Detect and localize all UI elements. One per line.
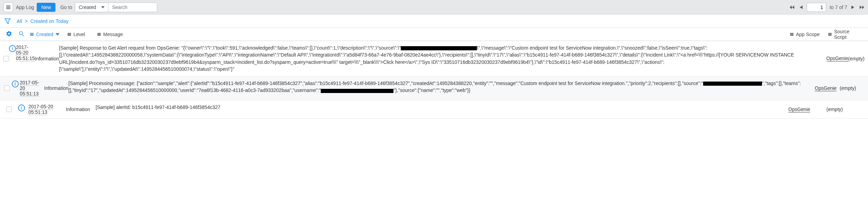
svg-marker-6 <box>800 6 803 9</box>
column-label-script: Source Script <box>834 29 863 40</box>
column-label-message: Message <box>103 32 123 37</box>
cell-source-script: (empty) <box>826 104 865 115</box>
created-time-link[interactable]: 05:51:15 <box>16 56 35 61</box>
cell-message: [Sample] Response to Get Alert request f… <box>59 44 826 73</box>
prev-page-icon <box>799 5 803 10</box>
filter-bar: All > Created on Today <box>0 15 868 28</box>
column-menu-icon <box>30 32 34 36</box>
funnel-icon <box>5 18 11 24</box>
app-scope-link[interactable]: OpsGenie <box>788 107 810 112</box>
cell-message: [Sample] alertId: b15c4911-fe97-414f-b68… <box>96 104 788 115</box>
column-header-created[interactable]: Created <box>28 32 66 37</box>
svg-marker-8 <box>860 6 862 9</box>
sort-desc-icon <box>55 32 60 36</box>
row-checkbox[interactable] <box>3 56 9 61</box>
page-number-input[interactable] <box>807 3 826 12</box>
column-menu-icon <box>97 32 101 36</box>
svg-marker-9 <box>862 6 864 9</box>
column-menu-icon <box>67 32 71 36</box>
new-button[interactable]: New <box>37 3 55 12</box>
svg-marker-3 <box>101 6 105 8</box>
column-header-level[interactable]: Level <box>66 32 96 37</box>
pager-next-button[interactable] <box>851 5 855 10</box>
column-header-source-script[interactable]: Source Script <box>826 29 865 40</box>
goto-select-group: Created <box>75 2 157 12</box>
column-header-message[interactable]: Message <box>96 32 788 37</box>
column-search-button[interactable] <box>18 31 25 38</box>
personalize-columns-button[interactable] <box>6 31 12 38</box>
breadcrumb-all[interactable]: All <box>17 18 22 24</box>
gear-icon <box>6 31 12 37</box>
next-page-icon <box>851 5 855 10</box>
redacted-text <box>703 82 762 86</box>
column-header-app-scope[interactable]: App Scope <box>788 32 826 37</box>
pager-last-button[interactable] <box>858 5 865 10</box>
goto-field-select[interactable]: Created <box>75 3 108 12</box>
breadcrumb-sep: > <box>25 18 27 24</box>
app-title: App Log <box>16 5 34 10</box>
filter-button[interactable] <box>3 18 12 24</box>
cell-message: [Sample] Processing message: {"action":"… <box>69 80 815 96</box>
toolbar-pager: to 7 of 7 <box>789 3 865 12</box>
cell-level: Information <box>44 80 69 96</box>
redacted-text <box>401 46 477 50</box>
created-date-link[interactable]: 2017-05-20 <box>16 44 28 56</box>
breadcrumb-filter[interactable]: Created on Today <box>30 18 69 24</box>
last-page-icon <box>858 5 865 10</box>
svg-marker-5 <box>790 6 792 9</box>
app-scope-link[interactable]: OpsGenie <box>815 85 836 91</box>
svg-marker-4 <box>792 6 794 9</box>
cell-level: Information <box>66 104 96 115</box>
first-page-icon <box>789 5 796 10</box>
svg-marker-7 <box>851 6 854 9</box>
cell-source-script: (empty) <box>840 80 865 96</box>
svg-point-10 <box>19 32 23 35</box>
pager-first-button[interactable] <box>789 5 796 10</box>
hamburger-icon <box>6 5 11 10</box>
breadcrumb: All > Created on Today <box>17 18 69 24</box>
created-time-link[interactable]: 05:51:13 <box>20 91 39 97</box>
table-row: i2017-05-2005:51:15Information[Sample] R… <box>0 41 868 76</box>
cell-source-script: (empty) <box>848 44 865 73</box>
cell-level: Information <box>35 44 59 73</box>
column-menu-icon <box>828 32 832 36</box>
column-label-created: Created <box>36 32 53 37</box>
table-row: i2017-05-2005:51:13Information[Sample] a… <box>0 100 868 119</box>
menu-button[interactable] <box>3 2 13 12</box>
goto-label: Go to <box>60 5 72 10</box>
row-info-button[interactable]: i <box>18 104 25 111</box>
chevron-down-icon <box>101 6 105 9</box>
created-date-link[interactable]: 2017-05-20 <box>20 80 39 91</box>
column-label-scope: App Scope <box>796 32 820 37</box>
pager-prev-button[interactable] <box>799 5 803 10</box>
row-checkbox[interactable] <box>4 85 10 91</box>
app-scope-link[interactable]: OpsGenie <box>826 56 848 61</box>
created-time-link[interactable]: 05:51:13 <box>28 109 47 115</box>
column-label-level: Level <box>73 32 85 37</box>
page-total-label: to 7 of 7 <box>830 5 847 10</box>
row-info-button[interactable]: i <box>12 81 19 87</box>
column-menu-icon <box>790 32 794 36</box>
table-row: i2017-05-2005:51:13Information[Sample] P… <box>0 76 868 100</box>
toolbar: App Log New Go to Created to 7 of 7 <box>0 0 868 15</box>
svg-marker-15 <box>55 33 60 35</box>
created-date-link[interactable]: 2017-05-20 <box>28 104 53 110</box>
row-info-button[interactable]: i <box>9 45 16 52</box>
redacted-text <box>321 89 393 93</box>
search-input[interactable] <box>108 3 157 12</box>
column-header-row: Created Level Message App Scope Source S… <box>0 28 868 41</box>
search-icon <box>18 31 25 37</box>
table-body: i2017-05-2005:51:15Information[Sample] R… <box>0 41 868 119</box>
svg-line-11 <box>22 34 24 36</box>
row-checkbox[interactable] <box>6 107 12 112</box>
goto-field-value: Created <box>79 5 96 10</box>
